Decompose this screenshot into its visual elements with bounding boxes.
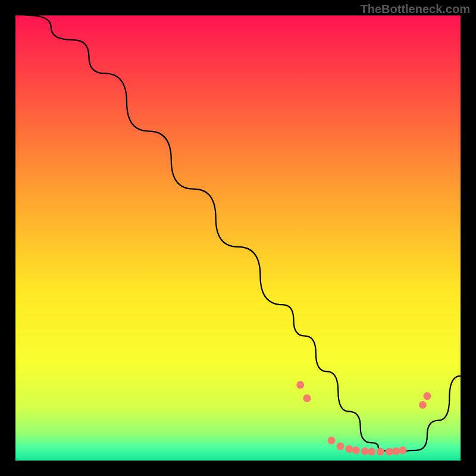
data-dot	[392, 447, 400, 455]
data-dot	[296, 381, 304, 389]
data-dot	[337, 443, 345, 450]
curve-line	[15, 15, 461, 452]
data-dot	[346, 445, 353, 453]
data-dot	[328, 437, 336, 444]
data-dot	[361, 447, 369, 455]
data-dot	[303, 394, 311, 402]
data-dot	[352, 446, 360, 454]
data-dot	[423, 392, 431, 400]
plot-area	[15, 15, 461, 461]
data-dot	[386, 448, 393, 456]
data-dot	[368, 448, 375, 456]
dots-group	[296, 381, 431, 455]
data-dot	[419, 401, 427, 409]
chart-svg	[15, 15, 461, 461]
data-dot	[377, 448, 384, 456]
watermark-text: TheBottleneck.com	[361, 2, 470, 16]
data-dot	[399, 446, 406, 454]
